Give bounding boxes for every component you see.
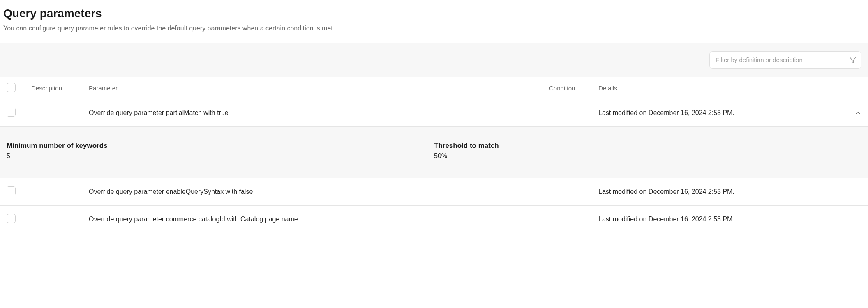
table-row[interactable]: Override query parameter enableQuerySynt…	[0, 178, 868, 206]
table-header: Description Parameter Condition Details	[0, 77, 868, 99]
min-keywords-label: Minimum number of keywords	[7, 142, 434, 150]
toolbar	[0, 43, 868, 77]
row-parameter: Override query parameter partialMatch wi…	[89, 109, 549, 117]
page-title: Query parameters	[3, 7, 865, 21]
row-parameter: Override query parameter commerce.catalo…	[89, 216, 549, 223]
select-all-checkbox[interactable]	[7, 83, 16, 92]
row-checkbox[interactable]	[7, 186, 16, 195]
column-header-condition: Condition	[549, 85, 598, 92]
row-checkbox[interactable]	[7, 214, 16, 223]
threshold-value: 50%	[434, 152, 861, 160]
table-row[interactable]: Override query parameter commerce.catalo…	[0, 206, 868, 233]
page-subtitle: You can configure query parameter rules …	[3, 24, 865, 33]
row-details: Last modified on December 16, 2024 2:53 …	[598, 109, 845, 117]
min-keywords-value: 5	[7, 152, 434, 160]
expanded-panel: Minimum number of keywords 5 Threshold t…	[0, 127, 868, 178]
row-parameter: Override query parameter enableQuerySynt…	[89, 188, 549, 195]
chevron-up-icon[interactable]	[855, 110, 861, 116]
table-row[interactable]: Override query parameter partialMatch wi…	[0, 99, 868, 127]
column-header-details: Details	[598, 85, 845, 92]
row-details: Last modified on December 16, 2024 2:53 …	[598, 188, 845, 195]
threshold-label: Threshold to match	[434, 142, 861, 150]
row-checkbox[interactable]	[7, 108, 16, 117]
row-details: Last modified on December 16, 2024 2:53 …	[598, 216, 845, 223]
rules-table: Description Parameter Condition Details …	[0, 77, 868, 233]
column-header-description: Description	[31, 85, 89, 92]
column-header-parameter: Parameter	[89, 85, 549, 92]
filter-input[interactable]	[709, 51, 861, 69]
